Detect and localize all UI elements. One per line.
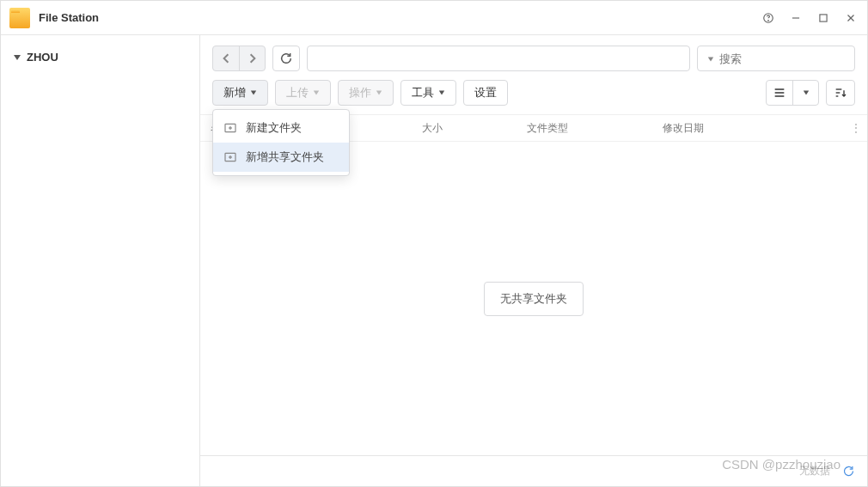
svg-marker-11: [314, 91, 319, 95]
caret-down-icon: [438, 89, 445, 96]
svg-point-1: [768, 20, 769, 21]
view-mode-dropdown[interactable]: [792, 81, 818, 105]
reload-button[interactable]: [272, 46, 300, 71]
nav-group: [212, 46, 266, 71]
svg-rect-3: [820, 14, 827, 21]
main-panel: 新增 上传 操作 工具 设置: [200, 35, 867, 486]
upload-label: 上传: [286, 85, 309, 100]
sort-button[interactable]: [826, 80, 855, 106]
caret-down-icon: [13, 53, 21, 62]
tools-label: 工具: [412, 85, 434, 100]
upload-button: 上传: [275, 80, 331, 106]
folder-app-icon: [9, 8, 30, 28]
dropdown-item-label: 新增共享文件夹: [246, 149, 324, 165]
empty-state: 无共享文件夹: [484, 282, 584, 316]
settings-button[interactable]: 设置: [463, 80, 508, 106]
column-menu-icon[interactable]: ⋮: [845, 122, 867, 134]
new-button[interactable]: 新增: [212, 80, 268, 106]
dropdown-item-label: 新建文件夹: [246, 120, 302, 136]
window-controls: [761, 10, 859, 26]
body: ZHOU 新增: [1, 35, 867, 486]
app-title: File Station: [39, 11, 99, 24]
list-view-button[interactable]: [767, 81, 792, 105]
new-label: 新增: [223, 85, 246, 100]
col-size[interactable]: 大小: [412, 121, 517, 136]
col-type[interactable]: 文件类型: [517, 121, 652, 136]
toolbar-nav: [200, 35, 867, 76]
view-mode-group: [766, 80, 819, 106]
svg-marker-6: [14, 55, 21, 60]
close-icon[interactable]: [843, 10, 859, 26]
footer-status: 无数据: [799, 464, 830, 478]
caret-down-icon: [250, 89, 257, 96]
search-caret-icon: [707, 52, 714, 65]
svg-marker-9: [708, 57, 713, 61]
footer: 无数据: [200, 455, 867, 486]
settings-label: 设置: [474, 85, 497, 100]
search-box[interactable]: [697, 46, 855, 71]
help-icon[interactable]: [761, 10, 776, 26]
action-button: 操作: [338, 80, 394, 106]
action-label: 操作: [349, 85, 371, 100]
dropdown-item-new-shared-folder[interactable]: 新增共享文件夹: [213, 143, 349, 172]
caret-down-icon: [376, 89, 382, 96]
tree-root-label: ZHOU: [27, 51, 58, 64]
svg-marker-10: [251, 91, 256, 95]
content-area: 无共享文件夹: [200, 142, 867, 455]
tools-button[interactable]: 工具: [400, 80, 456, 106]
footer-refresh-icon[interactable]: [842, 465, 855, 478]
titlebar: File Station: [1, 1, 867, 35]
folder-plus-icon: [223, 121, 237, 135]
file-station-window: File Station ZHOU: [0, 0, 868, 487]
dropdown-item-new-folder[interactable]: 新建文件夹: [213, 113, 349, 143]
svg-marker-12: [376, 91, 382, 95]
toolbar-right: [766, 80, 855, 106]
search-input[interactable]: [719, 52, 864, 65]
new-dropdown: 新建文件夹 新增共享文件夹: [212, 109, 350, 176]
caret-down-icon: [313, 89, 320, 96]
col-date[interactable]: 修改日期: [652, 121, 845, 136]
maximize-icon[interactable]: [816, 10, 831, 26]
path-input[interactable]: [307, 46, 690, 71]
folder-plus-icon: [223, 150, 237, 164]
minimize-icon[interactable]: [788, 10, 804, 26]
svg-marker-13: [439, 91, 444, 95]
tree-root-node[interactable]: ZHOU: [8, 47, 193, 67]
toolbar-actions: 新增 上传 操作 工具 设置: [200, 76, 867, 114]
svg-marker-17: [803, 91, 808, 95]
forward-button[interactable]: [239, 46, 265, 70]
back-button[interactable]: [213, 46, 239, 70]
sidebar: ZHOU: [1, 35, 200, 486]
